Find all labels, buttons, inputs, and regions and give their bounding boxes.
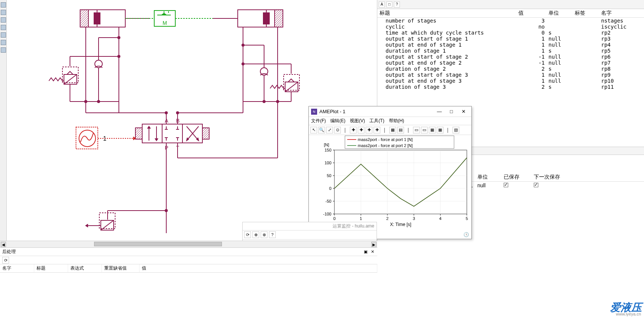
pp-col-name[interactable]: 名字 bbox=[0, 264, 34, 273]
param-unit: s bbox=[546, 30, 573, 36]
pp-col-title[interactable]: 标题 bbox=[34, 264, 68, 273]
plot-toolbar: ↖🔍⤢⊙│✚✚✚✚│▦▤│▭▭▦▦│▧ bbox=[309, 125, 471, 135]
plot-tool-icon[interactable]: ▤ bbox=[397, 127, 404, 133]
maximize-button[interactable]: □ bbox=[446, 108, 457, 115]
sim-tool-icon[interactable]: ⟳ bbox=[244, 231, 251, 238]
scroll-thumb[interactable] bbox=[94, 242, 222, 246]
col-next[interactable]: 下一次保存 bbox=[532, 173, 644, 182]
param-row[interactable]: cyclic no iscyclic bbox=[377, 24, 644, 30]
param-row[interactable]: duration of stage 1 1 s rp5 bbox=[377, 48, 644, 54]
refresh-icon[interactable]: ⟳ bbox=[2, 257, 9, 264]
help-icon[interactable]: ? bbox=[394, 2, 400, 8]
scroll-right-button[interactable]: ▶ bbox=[371, 242, 377, 247]
plot-tool-icon[interactable]: ▦ bbox=[429, 127, 436, 133]
param-tag bbox=[573, 18, 599, 24]
param-unit bbox=[546, 24, 573, 30]
tool-icon[interactable] bbox=[1, 40, 6, 45]
col-value[interactable]: 值 bbox=[516, 9, 546, 18]
close-button[interactable]: ✕ bbox=[458, 108, 469, 115]
sim-title[interactable]: 运算监控 - huilu.ame bbox=[243, 222, 377, 231]
param-value: -1 bbox=[516, 54, 546, 60]
col-name[interactable]: 名字 bbox=[599, 9, 644, 18]
param-row[interactable]: duration of stage 2 2 s rp8 bbox=[377, 66, 644, 72]
window-titlebar[interactable]: N AMEPlot - 1 — □ ✕ bbox=[309, 106, 471, 117]
svg-rect-77 bbox=[135, 128, 142, 139]
dock-icon[interactable]: ▣ bbox=[363, 249, 368, 255]
plot-tool-icon[interactable]: ✚ bbox=[374, 127, 380, 133]
tool-icon[interactable]: □ bbox=[386, 2, 392, 8]
close-icon[interactable]: ✕ bbox=[370, 249, 375, 255]
parameters-table: 标题 值 单位 标签 名字 number of stages 3 nstages… bbox=[377, 9, 644, 90]
param-name: rp8 bbox=[599, 66, 644, 72]
params-toolbar: A □ ? bbox=[377, 0, 644, 9]
param-row[interactable]: duration of stage 3 2 s rp11 bbox=[377, 84, 644, 90]
tool-icon[interactable] bbox=[1, 47, 6, 53]
tool-icon[interactable] bbox=[1, 10, 6, 15]
plot-tool-icon[interactable]: 🔍 bbox=[318, 127, 325, 133]
param-name: rp3 bbox=[599, 36, 644, 42]
param-title: duration of stage 1 bbox=[377, 48, 516, 54]
tool-icon[interactable]: A bbox=[379, 2, 385, 8]
param-row[interactable]: output at end of stage 2 -1 null rp7 bbox=[377, 60, 644, 66]
col-tag[interactable]: 标签 bbox=[573, 9, 599, 18]
param-row[interactable]: output at start of stage 1 1 null rp3 bbox=[377, 36, 644, 42]
param-name: rp11 bbox=[599, 84, 644, 90]
sim-tool-icon[interactable]: ? bbox=[269, 231, 276, 238]
pp-col-expr[interactable]: 表达式 bbox=[68, 264, 102, 273]
param-value: 0 bbox=[516, 30, 546, 36]
param-value: no bbox=[516, 24, 546, 30]
svg-rect-8 bbox=[263, 13, 269, 24]
param-name: rp2 bbox=[599, 30, 644, 36]
plot-tool-icon[interactable]: ▦ bbox=[389, 127, 396, 133]
param-name: nstages bbox=[599, 18, 644, 24]
col-title[interactable]: 标题 bbox=[377, 9, 516, 18]
plot-tool-icon[interactable]: ▦ bbox=[437, 127, 444, 133]
param-name: rp5 bbox=[599, 48, 644, 54]
param-row[interactable]: output at end of stage 3 1 null rp10 bbox=[377, 78, 644, 84]
tool-icon[interactable] bbox=[1, 25, 6, 30]
plot-tool-icon[interactable]: ✚ bbox=[358, 127, 365, 133]
tool-icon[interactable] bbox=[1, 2, 6, 8]
param-name: rp4 bbox=[599, 42, 644, 48]
plot-tool-icon[interactable]: ▭ bbox=[421, 127, 428, 133]
saved-checkbox[interactable] bbox=[504, 183, 508, 187]
param-row[interactable]: output at end of stage 1 1 null rp4 bbox=[377, 42, 644, 48]
scroll-left-button[interactable]: ◀ bbox=[1, 242, 6, 247]
col-unit[interactable]: 单位 bbox=[546, 9, 573, 18]
col-unit[interactable]: 单位 bbox=[475, 173, 501, 182]
param-value: 1 bbox=[516, 72, 546, 78]
param-unit: null bbox=[546, 42, 573, 48]
canvas-hscrollbar[interactable]: ◀ ▶ bbox=[0, 241, 377, 248]
param-row[interactable]: time at which duty cycle starts 0 s rp2 bbox=[377, 30, 644, 36]
svg-text:4: 4 bbox=[439, 216, 442, 221]
param-row[interactable]: output at start of stage 3 1 null rp9 bbox=[377, 72, 644, 78]
tool-icon[interactable] bbox=[1, 17, 6, 23]
menu-file[interactable]: 文件(F) bbox=[311, 118, 326, 124]
svg-point-90 bbox=[165, 209, 167, 212]
plot-tool-icon[interactable]: ⊙ bbox=[334, 127, 341, 133]
plot-menubar: 文件(F) 编辑(E) 视图(V) 工具(T) 帮助(H) bbox=[309, 117, 471, 125]
col-saved[interactable]: 已保存 bbox=[501, 173, 532, 182]
plot-tool-icon[interactable]: ✚ bbox=[366, 127, 372, 133]
ameplot-window[interactable]: N AMEPlot - 1 — □ ✕ 文件(F) 编辑(E) 视图(V) 工具… bbox=[308, 106, 472, 239]
plot-tool-icon[interactable]: ↖ bbox=[310, 127, 317, 133]
nextsave-checkbox[interactable] bbox=[534, 183, 538, 187]
minimize-button[interactable]: — bbox=[434, 108, 445, 115]
plot-tool-icon[interactable]: ⤢ bbox=[326, 127, 333, 133]
svg-text:mass2port - force at port 2 [N: mass2port - force at port 2 [N] bbox=[358, 143, 413, 148]
sim-tool-icon[interactable]: ⊕ bbox=[252, 231, 259, 238]
menu-edit[interactable]: 编辑(E) bbox=[330, 118, 345, 124]
param-row[interactable]: number of stages 3 nstages bbox=[377, 18, 644, 24]
param-row[interactable]: output at start of stage 2 -1 null rp6 bbox=[377, 54, 644, 60]
plot-tool-icon[interactable]: ▧ bbox=[453, 127, 459, 133]
menu-view[interactable]: 视图(V) bbox=[350, 118, 365, 124]
pp-col-value[interactable]: 值 bbox=[139, 264, 377, 273]
plot-tool-icon[interactable]: ✚ bbox=[350, 127, 357, 133]
param-title: output at end of stage 1 bbox=[377, 42, 516, 48]
menu-help[interactable]: 帮助(H) bbox=[389, 118, 404, 124]
menu-tools[interactable]: 工具(T) bbox=[369, 118, 384, 124]
tool-icon[interactable] bbox=[1, 32, 6, 38]
pp-col-reset[interactable]: 重置缺省值 bbox=[102, 264, 139, 273]
sim-tool-icon[interactable]: ⊗ bbox=[261, 231, 267, 238]
plot-tool-icon[interactable]: ▭ bbox=[413, 127, 420, 133]
